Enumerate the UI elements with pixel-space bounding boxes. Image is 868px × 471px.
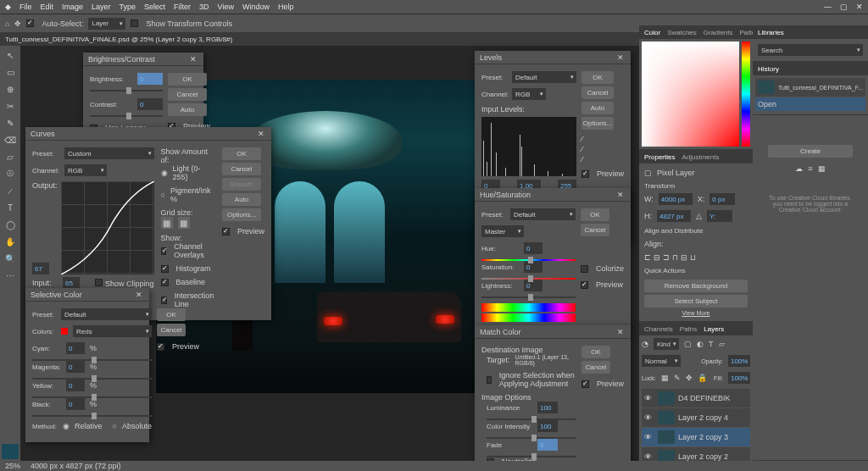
absolute-radio[interactable]: Absolute bbox=[122, 422, 152, 430]
cancel-button[interactable]: Cancel bbox=[581, 224, 609, 236]
more-tools[interactable]: ⋯ bbox=[2, 268, 19, 283]
opacity-value[interactable]: 100% bbox=[728, 355, 750, 367]
max-icon[interactable]: ▢ bbox=[840, 3, 848, 11]
output-value[interactable]: 67 bbox=[32, 263, 49, 274]
tab-color[interactable]: Color bbox=[644, 29, 660, 36]
history-item[interactable]: Open bbox=[755, 97, 865, 111]
tab-adjustments[interactable]: Adjustments bbox=[682, 153, 719, 161]
options-button[interactable]: Options... bbox=[581, 117, 614, 130]
menu-image[interactable]: Image bbox=[62, 3, 83, 11]
removebg-button[interactable]: Remove Background bbox=[644, 280, 748, 292]
black-slider[interactable] bbox=[32, 415, 152, 417]
menu-3d[interactable]: 3D bbox=[199, 3, 209, 11]
color-field[interactable] bbox=[642, 42, 739, 147]
tab-gradients[interactable]: Gradients bbox=[704, 29, 733, 36]
lib-list-icon[interactable]: ≡ bbox=[808, 164, 812, 173]
type-tool[interactable]: T bbox=[2, 200, 19, 215]
intersect-check[interactable] bbox=[161, 296, 167, 304]
menu-window[interactable]: Window bbox=[242, 3, 270, 11]
crop-tool[interactable]: ✂ bbox=[2, 98, 19, 114]
baseline-check[interactable] bbox=[161, 279, 169, 286]
selsubj-button[interactable]: Select Subject bbox=[644, 295, 748, 308]
brightness-value[interactable]: 0 bbox=[137, 73, 163, 85]
kind-dropdown[interactable]: Kind bbox=[654, 338, 679, 350]
angle-value[interactable]: Y: bbox=[707, 210, 732, 222]
autoselect-check[interactable] bbox=[26, 19, 34, 27]
preset-dropdown[interactable]: Default bbox=[510, 208, 576, 220]
preview-check[interactable] bbox=[581, 281, 588, 289]
relative-radio[interactable]: Relative bbox=[75, 422, 103, 430]
tab-channels[interactable]: Channels bbox=[644, 325, 673, 333]
menu-filter[interactable]: Filter bbox=[174, 3, 191, 11]
preset-dropdown[interactable]: Default bbox=[512, 71, 576, 83]
contrast-slider[interactable] bbox=[90, 115, 163, 117]
lock-pos-icon[interactable]: ✥ bbox=[686, 374, 693, 382]
channel-dropdown[interactable]: RGB bbox=[64, 164, 107, 176]
lasso-tool[interactable]: ⊕ bbox=[2, 81, 19, 97]
ci-value[interactable]: 100 bbox=[537, 420, 558, 432]
close-icon[interactable]: ✕ bbox=[615, 53, 626, 63]
fill-value[interactable]: 100% bbox=[728, 372, 750, 384]
hue-slider[interactable] bbox=[481, 259, 576, 261]
tab-swatches[interactable]: Swatches bbox=[667, 29, 697, 36]
colors-dropdown[interactable]: Reds bbox=[73, 325, 152, 337]
blend-dropdown[interactable]: Normal bbox=[642, 355, 681, 367]
align-right-icon[interactable]: ⊐ bbox=[663, 253, 670, 262]
align-left-icon[interactable]: ⊏ bbox=[644, 253, 651, 262]
close-icon[interactable]: ✕ bbox=[188, 54, 198, 64]
cancel-button[interactable]: Cancel bbox=[222, 163, 261, 175]
eye-icon[interactable]: 👁 bbox=[644, 433, 654, 441]
smooth-button[interactable]: Smooth bbox=[222, 178, 261, 191]
pigment-radio[interactable]: Pigment/Ink % bbox=[170, 186, 215, 203]
channel-dropdown[interactable]: RGB bbox=[512, 88, 546, 100]
filter-type-icon[interactable]: T bbox=[709, 340, 714, 348]
grid-large[interactable]: ▦ bbox=[178, 217, 190, 229]
align-center-icon[interactable]: ⊟ bbox=[654, 253, 660, 262]
fade-value[interactable]: 8 bbox=[537, 439, 558, 451]
grid-small[interactable]: ▦ bbox=[161, 217, 173, 229]
gradient-tool[interactable]: ▱ bbox=[2, 149, 19, 164]
document-tab[interactable]: Tutti_connessi_DEFINITIVA_FINALE.psd @ 2… bbox=[5, 36, 232, 43]
preview-check[interactable] bbox=[581, 170, 589, 178]
search-input[interactable]: Search bbox=[758, 44, 863, 56]
ok-button[interactable]: OK bbox=[222, 147, 261, 160]
h-value[interactable]: 4827 px bbox=[657, 210, 691, 222]
options-button[interactable]: Options... bbox=[222, 208, 261, 221]
menu-help[interactable]: Help bbox=[278, 3, 294, 11]
curve-graph[interactable] bbox=[61, 181, 154, 274]
menu-select[interactable]: Select bbox=[144, 3, 165, 11]
histogram[interactable] bbox=[481, 117, 576, 176]
magenta-slider[interactable] bbox=[32, 378, 152, 380]
close-icon[interactable]: ✕ bbox=[615, 327, 626, 337]
hand-tool[interactable]: ✋ bbox=[2, 234, 19, 249]
auto-button[interactable]: Auto bbox=[222, 193, 261, 206]
eraser-tool[interactable]: ⌫ bbox=[2, 132, 19, 147]
filter-adj-icon[interactable]: ◐ bbox=[697, 340, 704, 348]
close-icon[interactable]: ✕ bbox=[134, 290, 144, 300]
preset-dropdown[interactable]: Default bbox=[61, 308, 152, 320]
black-value[interactable]: 0 bbox=[66, 398, 85, 410]
ok-button[interactable]: OK bbox=[581, 208, 609, 221]
tab-history[interactable]: History bbox=[758, 65, 779, 73]
close-icon[interactable]: ✕ bbox=[615, 190, 626, 200]
brush-tool[interactable]: ✎ bbox=[2, 115, 19, 130]
preview-check[interactable] bbox=[157, 343, 164, 351]
eye-icon[interactable]: 👁 bbox=[644, 452, 654, 461]
w-value[interactable]: 4000 px bbox=[659, 193, 693, 205]
yellow-value[interactable]: 0 bbox=[66, 380, 85, 391]
home-icon[interactable]: ⌂ bbox=[5, 19, 9, 28]
tab-layers[interactable]: Layers bbox=[704, 325, 724, 333]
light-radio[interactable]: Light (0-255) bbox=[173, 164, 216, 181]
magenta-value[interactable]: 0 bbox=[66, 361, 85, 373]
colorize-check[interactable] bbox=[581, 265, 588, 273]
ok-button[interactable]: OK bbox=[168, 73, 207, 86]
eye-icon[interactable]: 👁 bbox=[644, 413, 654, 422]
menu-edit[interactable]: Edit bbox=[41, 3, 54, 11]
clipping-check[interactable] bbox=[95, 279, 103, 286]
align-mid-icon[interactable]: ⊟ bbox=[681, 253, 687, 262]
light-slider[interactable] bbox=[481, 296, 576, 298]
ok-button[interactable]: OK bbox=[581, 346, 610, 358]
foreground-color[interactable] bbox=[2, 444, 19, 459]
eyedropper-black-icon[interactable]: ⁄ bbox=[581, 135, 624, 143]
preview-check[interactable] bbox=[222, 228, 230, 236]
